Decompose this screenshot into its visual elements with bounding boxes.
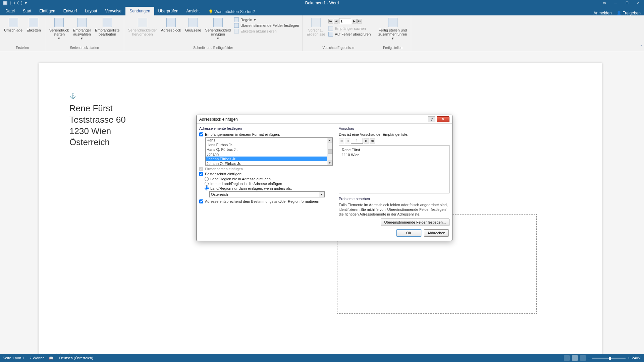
list-item[interactable]: Hans Fürbas Jr.	[206, 142, 327, 147]
ok-button[interactable]: OK	[396, 229, 421, 237]
dialog-help-icon[interactable]: ?	[428, 116, 435, 122]
page-indicator[interactable]: Seite 1 von 1	[3, 356, 24, 360]
zoom-level[interactable]: 240%	[632, 356, 641, 360]
print-layout-icon[interactable]	[572, 355, 578, 361]
match-fields-dialog-button[interactable]: Übereinstimmende Felder festlegen...	[381, 219, 449, 226]
tab-home[interactable]: Start	[19, 7, 35, 15]
scroll-down-icon[interactable]: ▾	[328, 161, 332, 165]
signin-link[interactable]: Anmelden	[594, 11, 612, 15]
listbox-scrollbar[interactable]: ▴ ▾	[327, 138, 332, 165]
tell-me-search[interactable]: 💡 Was möchten Sie tun?	[207, 8, 256, 15]
ribbon-tabs: Datei Start Einfügen Entwurf Layout Verw…	[0, 6, 644, 15]
greeting-line-button[interactable]: Grußzeile	[183, 17, 203, 33]
last-record-icon[interactable]: ⏭	[357, 19, 362, 23]
spellcheck-icon[interactable]: 📖	[49, 356, 54, 360]
maximize-icon[interactable]: ☐	[621, 0, 633, 6]
dialog-title-text: Adressblock einfügen	[199, 117, 238, 122]
language-indicator[interactable]: Deutsch (Österreich)	[59, 356, 93, 360]
chevron-down-icon[interactable]: ▾	[319, 192, 324, 197]
record-number-input[interactable]	[339, 18, 351, 24]
preview-first-icon[interactable]: ⏮	[339, 138, 344, 143]
word-count[interactable]: 7 Wörter	[30, 356, 44, 360]
preview-navigator: ⏮ ◀ ▶ ⏭	[339, 138, 449, 144]
match-fields-button[interactable]: Übereinstimmende Felder festlegen	[234, 23, 299, 28]
include-postal-checkbox[interactable]: Postanschrift einfügen:	[199, 172, 333, 176]
rules-button[interactable]: Regeln ▾	[234, 17, 299, 22]
tab-view[interactable]: Ansicht	[182, 7, 204, 15]
country-diff-radio[interactable]: Land/Region nur dann einfügen, wenn ande…	[205, 186, 333, 190]
save-icon[interactable]	[3, 1, 7, 5]
preview-line2: 1110 Wien	[342, 153, 446, 158]
prev-record-icon[interactable]: ◀	[334, 19, 338, 23]
ribbon-display-icon[interactable]: ▭	[598, 0, 610, 6]
address-block-button[interactable]: Adressblock	[159, 17, 183, 33]
ribbon: Umschläge Etiketten Erstellen Seriendruc…	[0, 15, 644, 51]
labels-button[interactable]: Etiketten	[24, 17, 43, 33]
tab-mailings[interactable]: Sendungen	[125, 7, 154, 15]
scroll-up-icon[interactable]: ▴	[328, 138, 332, 142]
update-labels-button: Etiketten aktualisieren	[234, 29, 299, 34]
tab-file[interactable]: Datei	[1, 7, 19, 15]
preview-prev-icon[interactable]: ◀	[345, 138, 350, 143]
window-controls: ▭ — ☐ ✕	[598, 0, 644, 6]
web-layout-icon[interactable]	[580, 355, 586, 361]
start-mailmerge-button[interactable]: Seriendruck starten ▾	[47, 17, 71, 42]
preview-index-input[interactable]	[351, 138, 363, 144]
preview-last-icon[interactable]: ⏭	[370, 138, 375, 143]
country-always-radio[interactable]: Immer Land/Region in die Adresse einfüge…	[205, 182, 333, 186]
list-item[interactable]: Hans Q. Fürbas Jr.	[206, 147, 327, 152]
preview-line1: Rene Fürst	[342, 147, 446, 153]
fix-help-text: Falls Elemente im Adressblock fehlen ode…	[339, 203, 449, 217]
country-combobox[interactable]: Österreich ▾	[209, 191, 325, 197]
include-name-checkbox[interactable]: Empfängernamen in diesem Format einfügen…	[199, 132, 333, 136]
cancel-button[interactable]: Abbrechen	[424, 229, 449, 237]
highlight-fields-button[interactable]: Seriendruckfelder hervorheben	[126, 17, 159, 37]
next-record-icon[interactable]: ▶	[352, 19, 357, 23]
list-item[interactable]: Johann Q. Fürbas Jr.	[206, 161, 327, 166]
list-item[interactable]: Johann Fürbas Jr.	[206, 157, 327, 161]
preview-note: Dies ist eine Vorschau der Empfängerlist…	[339, 132, 449, 136]
dialog-close-icon[interactable]: ✕	[437, 116, 449, 122]
zoom-in-icon[interactable]: +	[628, 356, 630, 360]
close-icon[interactable]: ✕	[633, 0, 644, 6]
insert-merge-field-button[interactable]: Seriendruckfeld einfügen ▾	[203, 17, 233, 42]
list-item[interactable]: Johann	[206, 152, 327, 157]
preview-next-icon[interactable]: ▶	[364, 138, 369, 143]
window-title: Dokument1 - Word	[305, 1, 339, 5]
format-by-country-checkbox[interactable]: Adresse entsprechend dem Bestimmungsland…	[199, 199, 333, 203]
scroll-thumb[interactable]	[328, 149, 332, 154]
redo-icon[interactable]	[17, 1, 22, 5]
zoom-slider[interactable]	[592, 358, 626, 359]
minimize-icon[interactable]: —	[610, 0, 621, 6]
select-recipients-button[interactable]: Empfänger auswählen ▾	[71, 17, 93, 42]
qat-customize-icon[interactable]: ▾	[25, 1, 30, 5]
group-create-label: Erstellen	[0, 45, 45, 51]
edit-recipients-button[interactable]: Empfängerliste bearbeiten	[93, 17, 121, 37]
zoom-out-icon[interactable]: −	[588, 356, 590, 360]
tab-insert[interactable]: Einfügen	[35, 7, 59, 15]
finish-merge-button[interactable]: Fertig stellen und zusammenführen ▾	[376, 17, 409, 42]
envelopes-button[interactable]: Umschläge	[2, 17, 24, 33]
read-mode-icon[interactable]	[564, 355, 570, 361]
tab-layout[interactable]: Layout	[81, 7, 101, 15]
record-navigator: ⏮ ◀ ▶ ⏭	[327, 17, 372, 25]
country-never-radio[interactable]: Land/Region nie in Adresse einfügen	[205, 177, 333, 181]
fix-section-label: Probleme beheben	[339, 197, 449, 201]
share-button[interactable]: 👤 Freigeben	[616, 11, 641, 15]
name-format-listbox[interactable]: Hans Hans Fürbas Jr. Hans Q. Fürbas Jr. …	[205, 137, 333, 166]
first-record-icon[interactable]: ⏮	[328, 19, 333, 23]
tab-references[interactable]: Verweise	[101, 7, 125, 15]
address-block-dialog: Adressblock einfügen ? ✕ Adresselemente …	[196, 115, 452, 241]
group-preview-label: Vorschau Ergebnisse	[303, 45, 374, 51]
group-startmerge-label: Seriendruck starten	[45, 45, 124, 51]
include-company-checkbox[interactable]: Firmennamen einfügen	[199, 167, 333, 171]
undo-icon[interactable]	[10, 1, 15, 5]
group-finish-label: Fertig stellen	[374, 45, 411, 51]
check-errors-button[interactable]: Auf Fehler überprüfen	[328, 32, 371, 37]
tab-review[interactable]: Überprüfen	[154, 7, 182, 15]
collapse-ribbon-icon[interactable]: ˄	[640, 44, 642, 48]
quick-access-toolbar: ▾	[0, 1, 32, 5]
preview-results-button[interactable]: Vorschau Ergebnisse	[305, 17, 327, 37]
list-item[interactable]: Hans	[206, 138, 327, 142]
tab-draft[interactable]: Entwurf	[59, 7, 81, 15]
